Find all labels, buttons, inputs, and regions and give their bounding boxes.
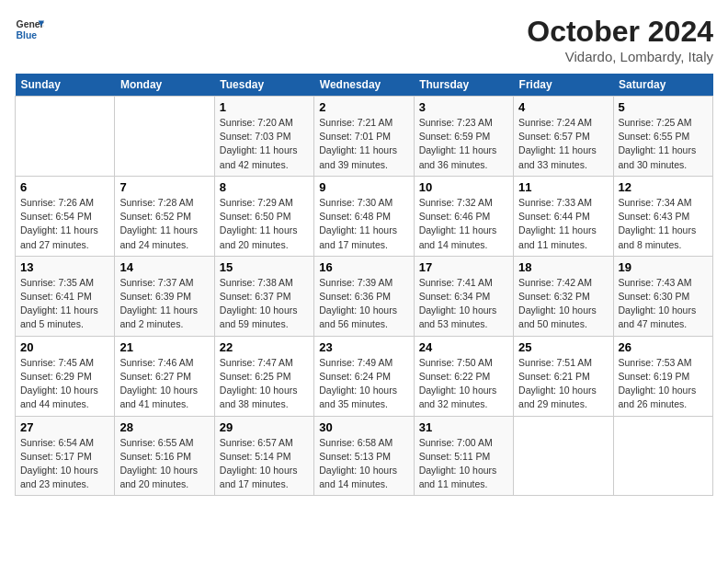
weekday-tuesday: Tuesday	[214, 74, 313, 97]
calendar-cell	[514, 416, 613, 496]
day-detail: Sunrise: 7:33 AMSunset: 6:44 PMDaylight:…	[518, 196, 608, 252]
calendar-cell: 7Sunrise: 7:28 AMSunset: 6:52 PMDaylight…	[115, 176, 214, 256]
day-detail: Sunrise: 7:23 AMSunset: 6:59 PMDaylight:…	[419, 116, 508, 172]
calendar-cell	[16, 97, 115, 177]
day-detail: Sunrise: 7:47 AMSunset: 6:25 PMDaylight:…	[220, 356, 309, 412]
page-header: General Blue October 2024 Vidardo, Lomba…	[15, 15, 713, 64]
day-detail: Sunrise: 7:21 AMSunset: 7:01 PMDaylight:…	[319, 116, 408, 172]
day-detail: Sunrise: 7:00 AMSunset: 5:11 PMDaylight:…	[419, 436, 508, 492]
day-detail: Sunrise: 7:50 AMSunset: 6:22 PMDaylight:…	[419, 356, 508, 412]
day-number: 21	[119, 340, 209, 354]
logo-icon: General Blue	[15, 15, 44, 44]
calendar-cell: 9Sunrise: 7:30 AMSunset: 6:48 PMDaylight…	[314, 176, 414, 256]
day-detail: Sunrise: 7:49 AMSunset: 6:24 PMDaylight:…	[319, 356, 408, 412]
weekday-header-row: SundayMondayTuesdayWednesdayThursdayFrid…	[16, 74, 713, 97]
day-detail: Sunrise: 7:45 AMSunset: 6:29 PMDaylight:…	[20, 356, 109, 412]
calendar-cell: 27Sunrise: 6:54 AMSunset: 5:17 PMDayligh…	[16, 416, 115, 496]
day-number: 3	[419, 100, 508, 114]
calendar-cell	[115, 97, 214, 177]
day-detail: Sunrise: 7:46 AMSunset: 6:27 PMDaylight:…	[119, 356, 209, 412]
day-detail: Sunrise: 7:39 AMSunset: 6:36 PMDaylight:…	[319, 276, 408, 332]
day-detail: Sunrise: 7:30 AMSunset: 6:48 PMDaylight:…	[319, 196, 408, 252]
day-detail: Sunrise: 7:35 AMSunset: 6:41 PMDaylight:…	[20, 276, 109, 332]
day-detail: Sunrise: 7:42 AMSunset: 6:32 PMDaylight:…	[518, 276, 608, 332]
day-number: 17	[419, 260, 508, 274]
calendar-cell: 2Sunrise: 7:21 AMSunset: 7:01 PMDaylight…	[314, 97, 414, 177]
logo: General Blue	[15, 15, 44, 44]
calendar-cell: 19Sunrise: 7:43 AMSunset: 6:30 PMDayligh…	[613, 256, 712, 336]
calendar-title: October 2024	[527, 15, 713, 49]
day-detail: Sunrise: 7:25 AMSunset: 6:55 PMDaylight:…	[619, 116, 708, 172]
day-number: 18	[518, 260, 608, 274]
calendar-cell: 10Sunrise: 7:32 AMSunset: 6:46 PMDayligh…	[414, 176, 513, 256]
calendar-cell: 3Sunrise: 7:23 AMSunset: 6:59 PMDaylight…	[414, 97, 513, 177]
day-detail: Sunrise: 6:58 AMSunset: 5:13 PMDaylight:…	[319, 436, 408, 492]
day-detail: Sunrise: 7:51 AMSunset: 6:21 PMDaylight:…	[518, 356, 608, 412]
day-number: 7	[119, 180, 209, 194]
day-number: 5	[619, 100, 708, 114]
calendar-cell: 18Sunrise: 7:42 AMSunset: 6:32 PMDayligh…	[514, 256, 613, 336]
day-detail: Sunrise: 6:55 AMSunset: 5:16 PMDaylight:…	[119, 436, 209, 492]
day-detail: Sunrise: 7:32 AMSunset: 6:46 PMDaylight:…	[419, 196, 508, 252]
day-detail: Sunrise: 7:26 AMSunset: 6:54 PMDaylight:…	[20, 196, 109, 252]
day-detail: Sunrise: 7:37 AMSunset: 6:39 PMDaylight:…	[119, 276, 209, 332]
day-number: 30	[319, 420, 408, 434]
day-number: 28	[119, 420, 209, 434]
day-number: 22	[220, 340, 309, 354]
day-detail: Sunrise: 7:24 AMSunset: 6:57 PMDaylight:…	[518, 116, 608, 172]
day-detail: Sunrise: 6:54 AMSunset: 5:17 PMDaylight:…	[20, 436, 109, 492]
calendar-table: SundayMondayTuesdayWednesdayThursdayFrid…	[15, 74, 713, 496]
day-detail: Sunrise: 7:28 AMSunset: 6:52 PMDaylight:…	[119, 196, 209, 252]
day-number: 24	[419, 340, 508, 354]
weekday-sunday: Sunday	[16, 74, 115, 97]
calendar-cell: 21Sunrise: 7:46 AMSunset: 6:27 PMDayligh…	[115, 336, 214, 416]
day-number: 11	[518, 180, 608, 194]
calendar-cell: 13Sunrise: 7:35 AMSunset: 6:41 PMDayligh…	[16, 256, 115, 336]
calendar-cell: 23Sunrise: 7:49 AMSunset: 6:24 PMDayligh…	[314, 336, 414, 416]
day-number: 16	[319, 260, 408, 274]
calendar-cell: 26Sunrise: 7:53 AMSunset: 6:19 PMDayligh…	[613, 336, 712, 416]
calendar-week-3: 13Sunrise: 7:35 AMSunset: 6:41 PMDayligh…	[16, 256, 713, 336]
calendar-cell: 6Sunrise: 7:26 AMSunset: 6:54 PMDaylight…	[16, 176, 115, 256]
calendar-cell: 20Sunrise: 7:45 AMSunset: 6:29 PMDayligh…	[16, 336, 115, 416]
calendar-cell: 5Sunrise: 7:25 AMSunset: 6:55 PMDaylight…	[613, 97, 712, 177]
day-detail: Sunrise: 7:41 AMSunset: 6:34 PMDaylight:…	[419, 276, 508, 332]
day-number: 23	[319, 340, 408, 354]
day-number: 27	[20, 420, 109, 434]
weekday-wednesday: Wednesday	[314, 74, 414, 97]
calendar-cell: 4Sunrise: 7:24 AMSunset: 6:57 PMDaylight…	[514, 97, 613, 177]
calendar-cell: 17Sunrise: 7:41 AMSunset: 6:34 PMDayligh…	[414, 256, 513, 336]
calendar-cell: 15Sunrise: 7:38 AMSunset: 6:37 PMDayligh…	[214, 256, 313, 336]
svg-text:Blue: Blue	[17, 30, 38, 40]
weekday-friday: Friday	[514, 74, 613, 97]
calendar-cell	[613, 416, 712, 496]
calendar-cell: 16Sunrise: 7:39 AMSunset: 6:36 PMDayligh…	[314, 256, 414, 336]
day-number: 8	[220, 180, 309, 194]
calendar-cell: 12Sunrise: 7:34 AMSunset: 6:43 PMDayligh…	[613, 176, 712, 256]
day-number: 19	[619, 260, 708, 274]
day-number: 29	[220, 420, 309, 434]
day-detail: Sunrise: 7:29 AMSunset: 6:50 PMDaylight:…	[220, 196, 309, 252]
calendar-cell: 22Sunrise: 7:47 AMSunset: 6:25 PMDayligh…	[214, 336, 313, 416]
calendar-cell: 8Sunrise: 7:29 AMSunset: 6:50 PMDaylight…	[214, 176, 313, 256]
calendar-cell: 24Sunrise: 7:50 AMSunset: 6:22 PMDayligh…	[414, 336, 513, 416]
weekday-saturday: Saturday	[613, 74, 712, 97]
calendar-week-2: 6Sunrise: 7:26 AMSunset: 6:54 PMDaylight…	[16, 176, 713, 256]
day-detail: Sunrise: 7:34 AMSunset: 6:43 PMDaylight:…	[619, 196, 708, 252]
day-detail: Sunrise: 7:43 AMSunset: 6:30 PMDaylight:…	[619, 276, 708, 332]
day-number: 10	[419, 180, 508, 194]
day-number: 2	[319, 100, 408, 114]
day-number: 12	[619, 180, 708, 194]
weekday-thursday: Thursday	[414, 74, 513, 97]
day-number: 26	[619, 340, 708, 354]
calendar-cell: 11Sunrise: 7:33 AMSunset: 6:44 PMDayligh…	[514, 176, 613, 256]
day-number: 13	[20, 260, 109, 274]
calendar-week-4: 20Sunrise: 7:45 AMSunset: 6:29 PMDayligh…	[16, 336, 713, 416]
day-number: 15	[220, 260, 309, 274]
day-number: 1	[220, 100, 309, 114]
day-number: 31	[419, 420, 508, 434]
calendar-week-5: 27Sunrise: 6:54 AMSunset: 5:17 PMDayligh…	[16, 416, 713, 496]
calendar-cell: 30Sunrise: 6:58 AMSunset: 5:13 PMDayligh…	[314, 416, 414, 496]
calendar-cell: 28Sunrise: 6:55 AMSunset: 5:16 PMDayligh…	[115, 416, 214, 496]
day-number: 25	[518, 340, 608, 354]
